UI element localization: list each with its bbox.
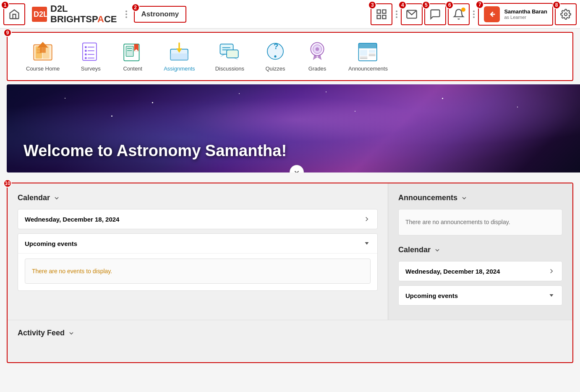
star [152,102,153,103]
right-calendar-collapse-button[interactable] [434,247,441,253]
d2l-logo-icon: D2L [32,7,47,22]
chevron-right-icon [363,215,371,223]
svg-marker-39 [220,54,226,57]
nav-assignments-label: Assignments [164,65,195,72]
right-upcoming-events-title: Upcoming events [405,292,458,299]
svg-marker-41 [233,58,238,60]
user-avatar-icon [487,10,496,19]
chevron-down-icon [293,168,300,172]
left-column: Calendar Wednesday, December 18, 2024 Up… [8,183,388,320]
divider-3 [473,10,475,18]
svg-rect-21 [85,50,86,52]
assignments-icon [168,41,190,63]
activity-feed-title: Activity Feed [18,329,65,337]
no-events-text: There are no events to display. [32,268,112,274]
nav-surveys[interactable]: Surveys [70,38,112,75]
upcoming-events-header[interactable]: Upcoming events [18,234,377,253]
divider-2 [396,10,397,18]
svg-text:D2L: D2L [34,10,47,18]
calendar-widget-header: Calendar [18,193,378,202]
email-button[interactable]: 4 [401,3,423,25]
no-announcements-text: There are no announcements to display. [405,219,510,225]
svg-rect-54 [360,50,367,56]
nav-course-home-label: Course Home [26,65,60,72]
right-upcoming-events-header[interactable]: Upcoming events [399,286,562,305]
nav-announcements[interactable]: Announcements [338,38,398,75]
badge-6: 6 [445,1,454,9]
settings-button[interactable]: 8 [555,3,577,25]
announcements-collapse-button[interactable] [461,195,468,201]
no-events-box: There are no events to display. [25,259,371,284]
svg-marker-60 [365,242,369,245]
nav-discussions[interactable]: Discussions [205,38,254,75]
grades-icon [306,41,328,63]
upcoming-events-body: There are no events to display. [18,253,377,290]
calendar-date-row[interactable]: Wednesday, December 18, 2024 [18,209,378,229]
user-name: Samantha Baran [504,8,547,15]
svg-rect-14 [40,48,46,53]
apps-button[interactable]: 3 [371,3,392,25]
user-profile-button[interactable]: 7 Samantha Baran as Learner [478,3,553,26]
course-navbar: 9 Course Home [7,32,573,81]
right-calendar-chevron-icon [434,247,441,253]
upcoming-events-title: Upcoming events [25,240,77,247]
calendar-collapse-button[interactable] [53,195,60,201]
main-content-area: 10 Calendar Wednesday, December 18, 2024 [7,183,573,363]
no-announcements-box: There are no announcements to display. [398,209,562,235]
notifications-button[interactable]: 6 [448,3,470,25]
svg-point-49 [316,47,319,51]
nav-announcements-label: Announcements [348,65,388,72]
upcoming-events-section: Upcoming events There are no events to d… [18,233,378,291]
svg-rect-53 [358,43,376,48]
activity-feed-section: Activity Feed [8,320,572,344]
badge-9: 9 [3,29,12,37]
svg-rect-19 [85,46,86,48]
content-grid: Calendar Wednesday, December 18, 2024 Up… [8,183,572,320]
nav-quizzes[interactable]: ? Quizzes [254,38,296,75]
chat-icon [429,8,441,20]
badge-10: 10 [3,179,12,188]
calendar-chevron-icon [53,195,60,201]
course-home-icon [32,41,54,63]
star [65,98,65,99]
banner-welcome-text: Welcome to Astronomy Samantha! [24,142,287,160]
grid-icon [376,8,387,20]
nav-assignments[interactable]: Assignments [154,38,205,75]
svg-point-8 [564,13,567,16]
badge-4: 4 [398,1,407,9]
right-upcoming-events-section: Upcoming events [398,285,562,306]
nav-grades-label: Grades [308,65,327,72]
surveys-icon [80,41,102,63]
logo-text: D2L BRIGHTSPACE [50,4,117,24]
nav-course-home[interactable]: Course Home [16,38,70,75]
announcements-widget-header: Announcements [398,193,562,202]
svg-point-46 [274,55,276,57]
star [442,98,443,99]
content-icon [122,41,144,63]
nav-content[interactable]: Content [112,38,154,75]
announcements-chevron-icon [461,195,468,201]
star [326,91,327,92]
badge-7: 7 [475,0,484,9]
badge-3: 3 [368,1,376,9]
home-button[interactable]: 1 [3,3,25,25]
svg-rect-40 [227,50,238,58]
course-title-button[interactable]: 2 Astronomy [134,6,187,23]
badge-5: 5 [422,1,430,9]
chat-button[interactable]: 5 [424,3,446,25]
svg-rect-5 [383,15,386,18]
star [355,111,355,112]
nav-grades[interactable]: Grades [296,38,338,75]
nav-surveys-label: Surveys [81,65,101,72]
collapse-navbar-button[interactable] [290,165,304,172]
svg-rect-25 [85,57,86,59]
right-calendar-date-row[interactable]: Wednesday, December 18, 2024 [398,261,562,281]
star [111,115,112,117]
course-banner: Welcome to Astronomy Samantha! [7,84,580,172]
right-calendar-widget-header: Calendar [398,246,562,254]
right-calendar-title: Calendar [398,246,431,254]
activity-feed-collapse-button[interactable] [68,330,75,337]
announcements-icon [357,41,379,63]
discussions-icon [219,41,240,63]
svg-rect-57 [369,50,376,53]
